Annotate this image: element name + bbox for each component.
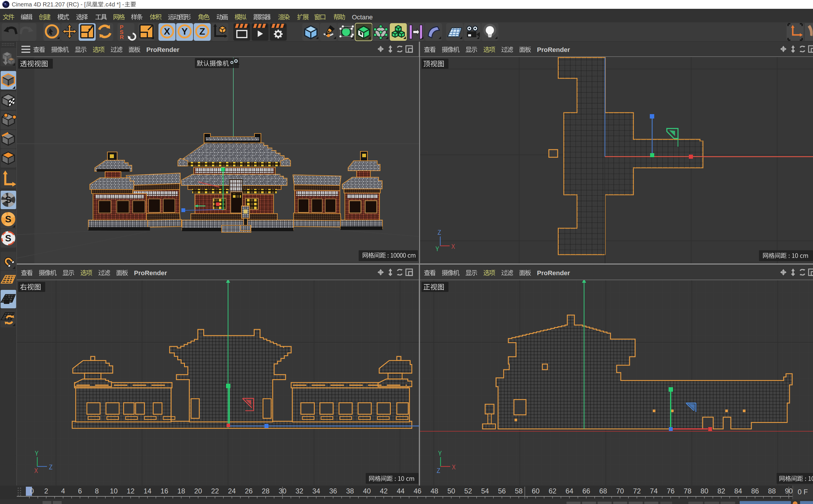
svg-text:56: 56 [498, 487, 506, 495]
svg-text:64: 64 [566, 487, 574, 495]
svg-text:0 F: 0 F [798, 488, 808, 496]
svg-text:82: 82 [717, 487, 725, 495]
svg-text:52: 52 [464, 487, 472, 495]
svg-text:0: 0 [30, 487, 34, 495]
svg-text:58: 58 [515, 487, 523, 495]
svg-text:S: S [5, 214, 11, 224]
svg-text:ProRender: ProRender [146, 46, 180, 53]
svg-text:S: S [5, 195, 11, 205]
svg-text:66: 66 [582, 487, 590, 495]
svg-text:10: 10 [110, 487, 118, 495]
svg-text:42: 42 [380, 487, 388, 495]
svg-text:68: 68 [599, 487, 607, 495]
svg-text:80: 80 [701, 487, 709, 495]
svg-text:Cinema 4D R21.207 (RC) - [: Cinema 4D R21.207 (RC) - [ [12, 1, 86, 8]
svg-text:12: 12 [127, 487, 135, 495]
svg-text:40: 40 [363, 487, 371, 495]
svg-text:ProRender: ProRender [134, 269, 167, 277]
svg-text:20: 20 [194, 487, 202, 495]
svg-text:X: X [164, 26, 170, 37]
svg-text:78: 78 [684, 487, 692, 495]
svg-text:36: 36 [329, 487, 337, 495]
svg-text:84: 84 [734, 487, 742, 495]
svg-text:28: 28 [262, 487, 270, 495]
svg-text:22: 22 [211, 487, 219, 495]
svg-text:76: 76 [667, 487, 675, 495]
svg-text:26: 26 [245, 487, 253, 495]
svg-text:Y: Y [181, 26, 187, 37]
svg-text:R: R [120, 34, 124, 40]
svg-text:24: 24 [228, 487, 236, 495]
svg-text:86: 86 [751, 487, 759, 495]
svg-text:.c4d *] -: .c4d *] - [104, 1, 124, 8]
svg-text:38: 38 [346, 487, 354, 495]
svg-text:70: 70 [616, 487, 624, 495]
svg-text:2: 2 [44, 487, 48, 495]
svg-text:88: 88 [768, 487, 776, 495]
svg-text:34: 34 [312, 487, 320, 495]
svg-text:74: 74 [650, 487, 658, 495]
svg-text:54: 54 [481, 487, 489, 495]
svg-text:4: 4 [61, 487, 65, 495]
svg-text:6: 6 [78, 487, 82, 495]
svg-text:48: 48 [431, 487, 439, 495]
svg-text:Z: Z [199, 26, 205, 37]
svg-text:32: 32 [295, 487, 303, 495]
svg-text:46: 46 [414, 487, 422, 495]
svg-text:S: S [5, 233, 11, 243]
svg-text:ProRender: ProRender [537, 46, 570, 53]
svg-text:60: 60 [532, 487, 540, 495]
svg-text:Octane: Octane [352, 13, 373, 21]
svg-text:62: 62 [549, 487, 557, 495]
svg-text:72: 72 [633, 487, 641, 495]
svg-text:ProRender: ProRender [537, 269, 570, 277]
svg-text:8: 8 [95, 487, 99, 495]
svg-text:50: 50 [447, 487, 455, 495]
svg-text:14: 14 [143, 487, 151, 495]
svg-text:18: 18 [177, 487, 185, 495]
svg-text:44: 44 [397, 487, 405, 495]
svg-text:16: 16 [160, 487, 168, 495]
